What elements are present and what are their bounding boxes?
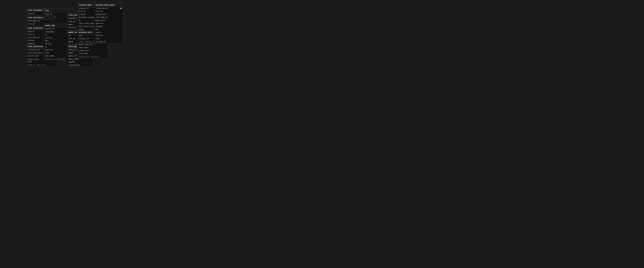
table-row: source: [94, 31, 123, 34]
fk-icon: ⬡: [120, 10, 122, 12]
table-header-event-log[interactable]: event_log ✎: [44, 24, 70, 27]
table-row: tree_id ⬡: [94, 10, 123, 13]
table-row: root_node_id ⬡: [26, 20, 54, 23]
key-icon: 🔑: [120, 7, 122, 9]
table-row: details: [44, 42, 70, 46]
table-row: question: [94, 22, 123, 25]
table-row: {session_id, tree_id} ℹ: [77, 55, 108, 58]
table-header-tree[interactable]: tree ✎: [44, 9, 70, 13]
table-row: to_node_id: [94, 40, 123, 43]
table-row: page_title: [94, 19, 123, 22]
table-name: session_note: [79, 31, 92, 33]
table-row: comment: [67, 61, 94, 64]
table-row: _fivetran_id 🔑: [94, 7, 123, 10]
edit-icon[interactable]: ✎: [52, 16, 53, 19]
edit-icon[interactable]: ✎: [121, 4, 122, 6]
table-row: from_node_id: [94, 16, 123, 19]
table-header-tree-structure[interactable]: tree_structure ✎: [26, 16, 54, 20]
table-session-data-path: session_data_path ✎ _fivetran_id 🔑 tree_…: [94, 3, 123, 43]
table-name: form_data: [68, 46, 78, 48]
table-row: organization: [67, 64, 94, 67]
table-row: ip: [44, 46, 70, 49]
table-row: button_text: [94, 13, 123, 16]
diagram-canvas: tree_variable_var ✎ tree_id ⬡ variable_n…: [0, 0, 322, 134]
table-event-log: event_log ✎ session_id 🔑 timestamp 🔑 id …: [43, 23, 70, 61]
table-row: data: [44, 39, 70, 42]
table-name: tree: [45, 10, 49, 12]
table-row: user_name: [44, 55, 70, 58]
edit-icon[interactable]: ✎: [68, 10, 69, 12]
table-name: event_log: [45, 24, 55, 26]
table-row: tree_id ⬡: [44, 36, 70, 39]
table-row: type: [44, 52, 70, 55]
table-row: timestamp 🔑: [44, 30, 70, 33]
table-name: session_data_path: [96, 4, 114, 6]
table-row: tree_name: [77, 52, 108, 55]
table-row: time: [94, 37, 123, 40]
table-row: tree_id 🔑: [44, 13, 70, 16]
table-row: seq: [94, 28, 123, 31]
table-row: start_time_utc: [77, 43, 108, 46]
table-row: {node_id, tree_id} ℹ: [26, 63, 57, 66]
table-row: id ⬡: [44, 33, 70, 36]
table-row: subtree: [94, 34, 123, 37]
fk-icon: ⬡: [52, 20, 53, 22]
table-header-session-data-path[interactable]: session_data_path ✎: [94, 3, 123, 7]
table-row: session_id 🔑: [44, 27, 70, 30]
table-row: {session_id, timestamp} ℹ: [44, 58, 70, 61]
table-name: session_data: [79, 4, 92, 6]
table-row: severity: [44, 49, 70, 52]
table-row: time_spent: [77, 46, 108, 49]
table-row: total_score: [77, 49, 108, 52]
table-name: tree_structure: [28, 16, 43, 19]
table-row: seconds: [94, 25, 123, 28]
